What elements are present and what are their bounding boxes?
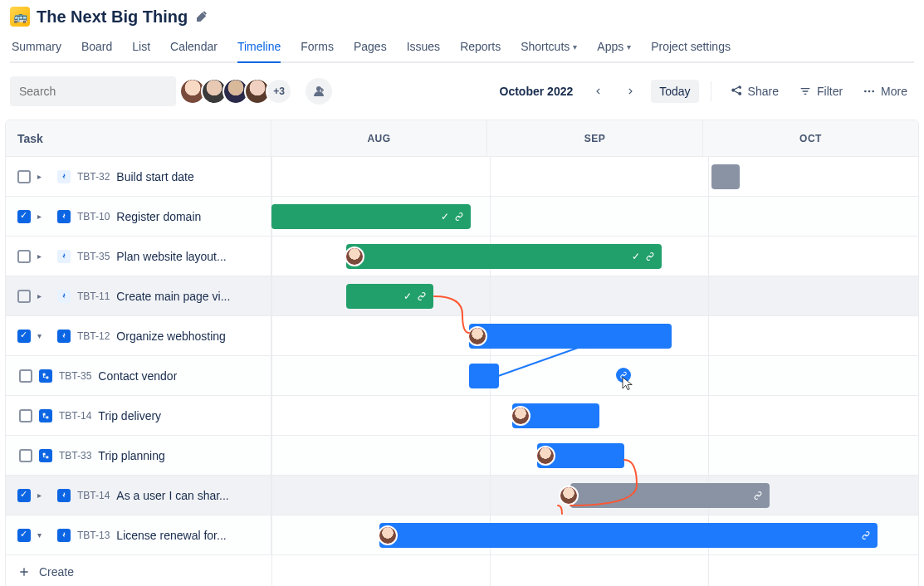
chevron-right-icon[interactable]: ▸ (37, 491, 51, 500)
search-input[interactable] (19, 85, 164, 98)
issue-summary[interactable]: Organize webhosting (116, 330, 226, 343)
avatar[interactable] (345, 247, 364, 266)
edit-appearance-icon[interactable] (194, 9, 209, 24)
checkbox[interactable] (17, 250, 31, 263)
issue-key[interactable]: TBT-10 (77, 211, 110, 222)
gantt-bar[interactable] (570, 483, 770, 508)
gantt-cell[interactable] (271, 436, 918, 475)
gantt-cell[interactable] (271, 157, 918, 196)
avatar-overflow[interactable]: +3 (266, 78, 292, 105)
issue-summary[interactable]: Contact vendor (98, 369, 177, 383)
task-cell[interactable]: ▸TBT-10Register domain (6, 197, 271, 236)
chevron-right-icon[interactable]: ▸ (37, 291, 51, 300)
task-cell[interactable]: TBT-33Trip planning (6, 436, 271, 475)
gantt-cell[interactable]: ✓ (271, 237, 918, 276)
tab-timeline[interactable]: Timeline (237, 35, 281, 63)
gantt-bar[interactable] (469, 324, 672, 349)
filter-button[interactable]: Filter (792, 80, 849, 103)
chevron-right-icon[interactable]: ▸ (37, 172, 51, 181)
task-cell[interactable]: ▸TBT-32Build start date (6, 157, 271, 196)
issue-summary[interactable]: Trip planning (98, 449, 164, 462)
task-cell[interactable]: ▸TBT-14As a user I can shar... (6, 476, 271, 515)
issue-key[interactable]: TBT-33 (59, 450, 91, 461)
issue-key[interactable]: TBT-13 (77, 530, 110, 541)
issue-key[interactable]: TBT-12 (77, 330, 110, 342)
tab-forms[interactable]: Forms (301, 35, 334, 63)
gantt-bar[interactable] (379, 523, 878, 548)
gantt-cell[interactable]: ✓ (271, 276, 918, 315)
issue-key[interactable]: TBT-35 (59, 370, 91, 382)
chevron-down-icon[interactable]: ▾ (37, 331, 51, 340)
chevron-right-icon[interactable]: ▸ (37, 212, 51, 221)
avatar[interactable] (378, 525, 398, 545)
avatar[interactable] (559, 486, 579, 505)
tab-reports[interactable]: Reports (460, 35, 501, 63)
issue-key[interactable]: TBT-35 (77, 251, 110, 262)
task-cell[interactable]: TBT-35Contact vendor (6, 356, 271, 395)
add-user-button[interactable] (306, 78, 332, 105)
checkbox[interactable] (17, 330, 31, 343)
issue-key[interactable]: TBT-14 (59, 410, 91, 422)
create-button[interactable]: Create (6, 555, 918, 586)
prev-month-button[interactable] (584, 78, 611, 105)
check-icon: ✓ (403, 291, 412, 302)
checkbox[interactable] (19, 409, 32, 422)
gantt-bar[interactable]: ✓ (346, 244, 662, 269)
gantt-cell[interactable] (271, 396, 918, 435)
issue-summary[interactable]: Trip delivery (98, 409, 161, 422)
issue-summary[interactable]: Register domain (116, 210, 201, 223)
gantt-cell[interactable]: ✓ (271, 197, 918, 236)
issue-key[interactable]: TBT-14 (77, 490, 110, 501)
checkbox[interactable] (17, 290, 31, 303)
link-icon[interactable] (616, 368, 631, 383)
task-cell[interactable]: ▸TBT-35Plan website layout... (6, 237, 271, 276)
gantt-bar[interactable]: ✓ (346, 284, 433, 309)
next-month-button[interactable] (618, 78, 644, 105)
chevron-down-icon[interactable]: ▾ (37, 530, 51, 540)
tab-shortcuts[interactable]: Shortcuts▾ (521, 35, 577, 63)
issue-key[interactable]: TBT-11 (77, 291, 110, 302)
gantt-cell[interactable] (271, 316, 918, 355)
issue-summary[interactable]: Plan website layout... (116, 250, 226, 263)
gantt-bar[interactable] (711, 164, 740, 189)
gantt-bar[interactable] (469, 364, 499, 388)
gantt-cell[interactable] (271, 356, 918, 395)
checkbox[interactable] (17, 489, 31, 502)
avatar[interactable] (511, 406, 530, 426)
avatar[interactable] (535, 446, 555, 466)
issue-summary[interactable]: Build start date (116, 170, 193, 183)
more-button[interactable]: More (856, 80, 914, 103)
gantt-cell[interactable] (271, 515, 918, 554)
share-button[interactable]: Share (723, 80, 785, 103)
tab-apps[interactable]: Apps▾ (597, 35, 631, 63)
tab-board[interactable]: Board (81, 35, 112, 63)
gantt-cell[interactable] (271, 476, 918, 515)
task-cell[interactable]: TBT-14Trip delivery (6, 396, 271, 435)
issue-summary[interactable]: Create main page vi... (116, 290, 230, 303)
search-box[interactable] (10, 76, 176, 106)
gantt-bar[interactable]: ✓ (271, 204, 471, 229)
checkbox[interactable] (19, 369, 32, 383)
today-button[interactable]: Today (651, 80, 698, 103)
tab-project-settings[interactable]: Project settings (651, 35, 731, 63)
gantt-bar[interactable] (537, 443, 624, 468)
task-cell[interactable]: ▾TBT-13License renewal for... (6, 515, 271, 554)
avatar-stack[interactable]: +3 (184, 78, 292, 105)
tab-issues[interactable]: Issues (407, 35, 440, 63)
tab-pages[interactable]: Pages (354, 35, 387, 63)
task-cell[interactable]: ▸TBT-11Create main page vi... (6, 276, 271, 315)
checkbox[interactable] (17, 529, 31, 542)
issue-summary[interactable]: As a user I can shar... (116, 489, 228, 502)
gantt-bar[interactable] (512, 403, 599, 428)
tab-list[interactable]: List (132, 35, 150, 63)
checkbox[interactable] (17, 210, 31, 223)
checkbox[interactable] (17, 170, 31, 183)
chevron-right-icon[interactable]: ▸ (37, 251, 51, 261)
task-cell[interactable]: ▾TBT-12Organize webhosting (6, 316, 271, 355)
tab-calendar[interactable]: Calendar (170, 35, 218, 63)
issue-key[interactable]: TBT-32 (77, 171, 110, 183)
tab-summary[interactable]: Summary (12, 35, 61, 63)
checkbox[interactable] (19, 449, 32, 462)
issue-summary[interactable]: License renewal for... (116, 529, 226, 542)
avatar[interactable] (467, 326, 487, 346)
